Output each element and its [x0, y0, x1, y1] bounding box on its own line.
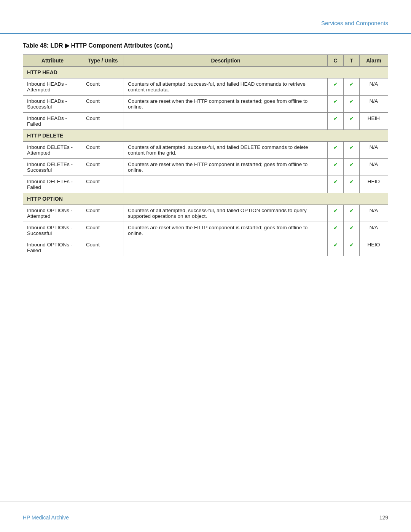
table-row: Inbound OPTIONs - AttemptedCountCounters… [23, 205, 388, 222]
cell-c: ✔ [328, 205, 344, 222]
cell-t: ✔ [344, 176, 360, 193]
cell-c: ✔ [328, 78, 344, 96]
section-header-row: HTTP OPTION [23, 193, 388, 205]
cell-t: ✔ [344, 205, 360, 222]
table-row: Inbound OPTIONs - SuccessfulCountCounter… [23, 222, 388, 239]
cell-alarm: N/A [360, 78, 388, 96]
cell-type: Count [82, 78, 124, 96]
cell-description: Counters are reset when the HTTP compone… [124, 222, 328, 239]
cell-description: Counters of all attempted, success-ful, … [124, 205, 328, 222]
cell-attribute: Inbound OPTIONs - Failed [23, 239, 82, 256]
table-row: Inbound HEADs - SuccessfulCountCounters … [23, 96, 388, 113]
table-row: Inbound DELETEs - SuccessfulCountCounter… [23, 159, 388, 176]
cell-type: Count [82, 176, 124, 193]
cell-description [124, 239, 328, 256]
table-row: Inbound HEADs - AttemptedCountCounters o… [23, 78, 388, 96]
cell-description: Counters are reset when the HTTP compone… [124, 159, 328, 176]
footer-left: HP Medical Archive [23, 514, 69, 521]
cell-alarm: HEID [360, 176, 388, 193]
cell-attribute: Inbound DELETEs - Failed [23, 176, 82, 193]
footer: HP Medical Archive 129 [0, 502, 411, 532]
cell-t: ✔ [344, 96, 360, 113]
cell-type: Count [82, 205, 124, 222]
section-header-0: HTTP HEAD [23, 67, 388, 78]
cell-t: ✔ [344, 222, 360, 239]
section-header-row: HTTP HEAD [23, 67, 388, 78]
cell-attribute: Inbound HEADs - Failed [23, 113, 82, 130]
cell-alarm: N/A [360, 142, 388, 159]
attributes-table: Attribute Type / Units Description C T A… [23, 54, 388, 256]
cell-t: ✔ [344, 159, 360, 176]
cell-t: ✔ [344, 78, 360, 96]
table-row: Inbound HEADs - FailedCount✔✔HEIH [23, 113, 388, 130]
section-header-row: HTTP DELETE [23, 130, 388, 142]
col-header-c: C [328, 55, 344, 67]
cell-description: Counters are reset when the HTTP compone… [124, 96, 328, 113]
cell-c: ✔ [328, 176, 344, 193]
cell-attribute: Inbound DELETEs - Successful [23, 159, 82, 176]
cell-description [124, 113, 328, 130]
table-row: Inbound DELETEs - FailedCount✔✔HEID [23, 176, 388, 193]
cell-c: ✔ [328, 239, 344, 256]
section-header-1: HTTP DELETE [23, 130, 388, 142]
cell-attribute: Inbound HEADs - Successful [23, 96, 82, 113]
cell-c: ✔ [328, 222, 344, 239]
col-header-type: Type / Units [82, 55, 124, 67]
cell-type: Count [82, 239, 124, 256]
cell-alarm: HEIH [360, 113, 388, 130]
header-title: Services and Components [321, 20, 388, 26]
cell-description [124, 176, 328, 193]
cell-c: ✔ [328, 113, 344, 130]
col-header-attribute: Attribute [23, 55, 82, 67]
cell-attribute: Inbound HEADs - Attempted [23, 78, 82, 96]
cell-attribute: Inbound DELETEs - Attempted [23, 142, 82, 159]
cell-c: ✔ [328, 96, 344, 113]
table-title: Table 48: LDR ▶ HTTP Component Attribute… [23, 42, 388, 49]
cell-type: Count [82, 159, 124, 176]
footer-page-number: 129 [379, 514, 388, 521]
cell-description: Counters of all attempted, success-ful, … [124, 142, 328, 159]
table-row: Inbound OPTIONs - FailedCount✔✔HEIO [23, 239, 388, 256]
cell-t: ✔ [344, 239, 360, 256]
main-content: Table 48: LDR ▶ HTTP Component Attribute… [23, 42, 388, 256]
cell-attribute: Inbound OPTIONs - Attempted [23, 205, 82, 222]
cell-alarm: HEIO [360, 239, 388, 256]
cell-alarm: N/A [360, 96, 388, 113]
cell-c: ✔ [328, 142, 344, 159]
header: Services and Components [0, 0, 411, 34]
cell-type: Count [82, 96, 124, 113]
cell-alarm: N/A [360, 205, 388, 222]
section-header-2: HTTP OPTION [23, 193, 388, 205]
cell-type: Count [82, 113, 124, 130]
cell-c: ✔ [328, 159, 344, 176]
col-header-description: Description [124, 55, 328, 67]
cell-description: Counters of all attempted, success-ful, … [124, 78, 328, 96]
cell-t: ✔ [344, 142, 360, 159]
table-row: Inbound DELETEs - AttemptedCountCounters… [23, 142, 388, 159]
cell-attribute: Inbound OPTIONs - Successful [23, 222, 82, 239]
cell-type: Count [82, 142, 124, 159]
cell-t: ✔ [344, 113, 360, 130]
col-header-alarm: Alarm [360, 55, 388, 67]
cell-type: Count [82, 222, 124, 239]
col-header-t: T [344, 55, 360, 67]
cell-alarm: N/A [360, 159, 388, 176]
cell-alarm: N/A [360, 222, 388, 239]
